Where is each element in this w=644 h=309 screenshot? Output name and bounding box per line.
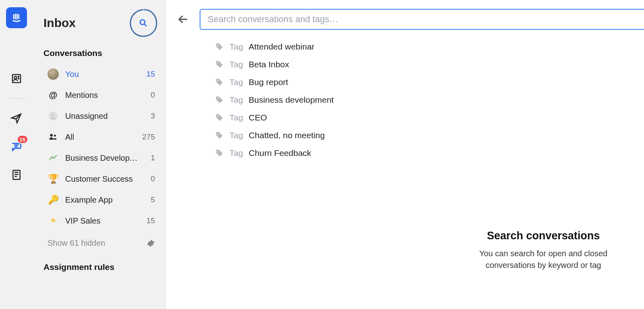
svg-point-19 xyxy=(52,114,55,116)
conv-example-app[interactable]: 🔑 Example App 5 xyxy=(33,189,165,210)
sidebar: Inbox Conversations You 15 @ Mentions xyxy=(33,0,166,309)
section-conversations-label: Conversations xyxy=(33,41,165,64)
paper-plane-icon xyxy=(10,112,23,125)
conv-count: 1 xyxy=(151,153,155,162)
show-hidden-button[interactable]: Show 61 hidden xyxy=(33,231,165,251)
tag-suggestion[interactable]: Tag Beta Inbox xyxy=(206,56,644,73)
tag-suggestions-dropdown: Tag Attended webinar Tag Beta Inbox Tag … xyxy=(206,35,644,165)
tag-prefix: Tag xyxy=(229,148,243,158)
svg-rect-4 xyxy=(18,15,19,19)
nav-rail: 15 xyxy=(0,0,33,309)
conv-label: Example App xyxy=(65,195,144,205)
conv-label: You xyxy=(65,70,140,79)
conv-count: 15 xyxy=(147,216,155,225)
star-icon: ✦ xyxy=(47,215,59,226)
tag-name: Beta Inbox xyxy=(249,60,289,69)
empty-state: Search conversations You can search for … xyxy=(459,230,628,271)
conversations-list: You 15 @ Mentions 0 Unassigned 3 xyxy=(33,64,165,231)
tag-prefix: Tag xyxy=(229,113,243,122)
conv-count: 15 xyxy=(147,70,155,79)
conv-mentions[interactable]: @ Mentions 0 xyxy=(33,85,165,106)
svg-point-21 xyxy=(54,135,56,137)
back-button[interactable] xyxy=(175,11,192,28)
svg-point-6 xyxy=(14,76,17,79)
svg-line-17 xyxy=(144,24,147,26)
rail-divider xyxy=(9,98,24,99)
conv-you[interactable]: You 15 xyxy=(33,64,165,85)
conv-count: 0 xyxy=(151,91,155,100)
person-placeholder-icon xyxy=(48,111,58,121)
tag-name: Chatted, no meeting xyxy=(249,131,325,140)
tag-icon xyxy=(215,131,224,140)
tag-icon xyxy=(215,95,224,104)
show-hidden-label: Show 61 hidden xyxy=(47,238,105,248)
empty-body: You can search for open and closed conve… xyxy=(459,248,628,271)
conv-label: Unassigned xyxy=(65,112,144,121)
svg-rect-1 xyxy=(13,15,14,19)
tag-suggestion[interactable]: Tag Attended webinar xyxy=(206,38,644,56)
main-panel: Tag Attended webinar Tag Beta Inbox Tag … xyxy=(166,0,644,309)
intercom-logo-icon xyxy=(10,11,23,25)
conv-label: Business Develop… xyxy=(65,153,144,163)
svg-rect-2 xyxy=(15,14,16,19)
tag-name: Business development xyxy=(249,95,334,105)
svg-point-7 xyxy=(18,76,19,77)
tag-icon xyxy=(215,113,224,122)
svg-rect-3 xyxy=(17,14,18,19)
tag-icon xyxy=(215,78,224,87)
at-icon: @ xyxy=(47,89,59,101)
conv-business-dev[interactable]: Business Develop… 1 xyxy=(33,147,165,168)
article-icon xyxy=(10,169,23,181)
tag-icon xyxy=(215,42,224,51)
conv-vip-sales[interactable]: ✦ VIP Sales 15 xyxy=(33,210,165,231)
section-rules-label[interactable]: Assignment rules xyxy=(33,251,165,278)
tag-suggestion[interactable]: Tag Churn Feedback xyxy=(206,144,644,162)
tag-prefix: Tag xyxy=(229,60,243,69)
conv-label: VIP Sales xyxy=(65,216,140,226)
nav-send[interactable] xyxy=(8,110,25,127)
tag-icon xyxy=(215,149,224,158)
sidebar-search-button[interactable] xyxy=(129,9,157,37)
contacts-icon xyxy=(10,73,23,85)
conv-customer-success[interactable]: 🏆 Customer Success 0 xyxy=(33,168,165,189)
conv-count: 0 xyxy=(151,174,155,183)
empty-heading: Search conversations xyxy=(459,230,628,242)
tag-suggestion[interactable]: Tag Chatted, no meeting xyxy=(206,127,644,144)
avatar-icon xyxy=(47,68,59,80)
svg-point-16 xyxy=(140,20,145,25)
tag-name: CEO xyxy=(249,113,267,122)
tag-prefix: Tag xyxy=(229,131,243,140)
tag-name: Churn Feedback xyxy=(249,148,311,158)
key-icon: 🔑 xyxy=(47,194,59,205)
conv-count: 3 xyxy=(151,112,155,120)
conv-count: 275 xyxy=(142,133,155,141)
sidebar-title: Inbox xyxy=(43,16,76,30)
nav-contacts[interactable] xyxy=(8,70,25,87)
chart-icon xyxy=(48,153,58,163)
tag-name: Attended webinar xyxy=(249,42,314,52)
svg-point-8 xyxy=(18,78,19,79)
conv-label: Mentions xyxy=(65,91,144,100)
inbox-badge: 15 xyxy=(17,135,28,144)
search-icon xyxy=(138,18,148,28)
svg-point-20 xyxy=(50,134,53,137)
conv-count: 5 xyxy=(151,195,155,204)
tag-prefix: Tag xyxy=(229,95,243,105)
tag-prefix: Tag xyxy=(229,42,243,52)
arrow-left-icon xyxy=(177,13,189,25)
tag-suggestion[interactable]: Tag Bug report xyxy=(206,73,644,91)
tag-suggestion[interactable]: Tag Business development xyxy=(206,91,644,109)
conv-label: Customer Success xyxy=(65,174,144,184)
nav-articles[interactable] xyxy=(8,166,25,183)
conv-all[interactable]: All 275 xyxy=(33,127,165,147)
nav-inbox[interactable]: 15 xyxy=(8,138,25,155)
tag-name: Bug report xyxy=(249,77,288,87)
tag-prefix: Tag xyxy=(229,77,243,87)
gear-icon[interactable] xyxy=(146,239,155,248)
trophy-icon: 🏆 xyxy=(47,173,59,185)
app-logo[interactable] xyxy=(6,7,27,28)
conv-unassigned[interactable]: Unassigned 3 xyxy=(33,106,165,127)
search-input[interactable] xyxy=(200,9,644,30)
tag-suggestion[interactable]: Tag CEO xyxy=(206,109,644,127)
conv-label: All xyxy=(65,133,136,142)
